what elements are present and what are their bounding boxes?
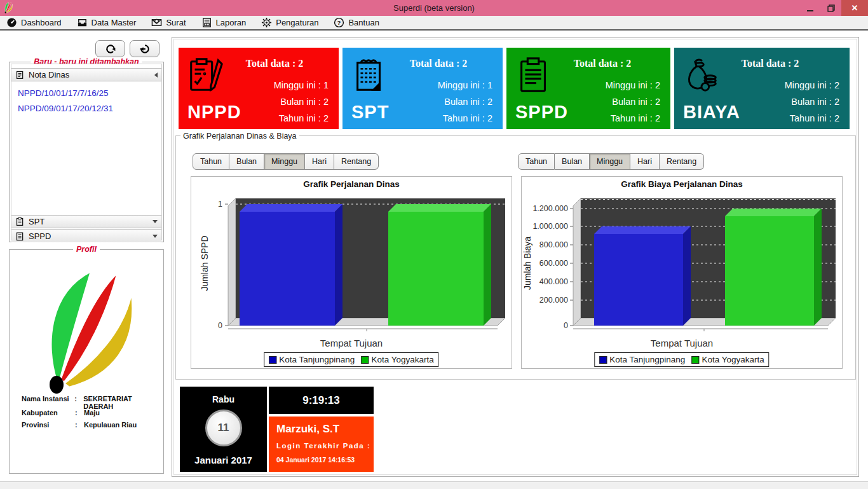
clipboard-icon [15,217,25,226]
recent-link[interactable]: NPPD/10/01/17/7/16/25 [18,88,109,98]
menu-laporan[interactable]: Laporan [201,15,247,30]
help-icon: ? [334,17,344,28]
field-sep: : [75,409,84,417]
menu-surat[interactable]: Surat [151,15,186,30]
card-stats: Minggu ini : 1 Bulan ini : 2 Tahun ini :… [438,77,492,127]
stat-bulan: Bulan ini : 2 [785,93,839,110]
gear-icon [261,17,272,28]
legend-swatch-green [691,356,699,364]
accordion-spt[interactable]: SPT [11,215,161,228]
status-bar [0,481,868,489]
period-toggle-right: Tahun Bulan Minggu Hari Rentang [518,153,704,170]
close-button[interactable]: ✕ [841,0,868,16]
toggle-hari[interactable]: Hari [630,153,660,170]
profil-field-kabupaten: Kabupaten : Maju [22,409,100,417]
stat-minggu: Minggu ini : 2 [606,77,660,93]
menu-pengaturan[interactable]: Pengaturan [261,15,318,30]
accordion-label: SPPD [29,231,51,241]
calendar-date-circle: 11 [205,410,242,446]
stat-minggu: Minggu ini : 1 [438,77,492,93]
app-window: Superdi (beta version) ✕ Dashboard Data … [0,0,868,489]
expand-icon [153,220,158,223]
refresh-button[interactable] [95,40,125,57]
y-tick: 0 [564,321,568,330]
y-axis-title: Jumlah SPPD [200,235,210,291]
refresh-icon [104,43,117,55]
field-value: SEKRETARIAT DAERAH [83,395,163,410]
menu-label: Laporan [216,18,247,27]
field-sep: : [74,395,83,410]
toggle-rentang[interactable]: Rentang [660,153,704,170]
card-spt[interactable]: Total data : 2 Minggu ini : 1 Bulan ini … [342,48,503,129]
card-name: SPT [351,102,389,123]
field-label: Kabupaten [22,409,75,417]
y-tick: 1.200.000 [532,204,568,213]
last-login-time: 04 Januari 2017 14:16:53 [276,456,355,464]
menu-bar: Dashboard Data Master Surat Laporan Peng… [0,16,868,31]
card-biaya[interactable]: Total data : 2 Minggu ini : 2 Bulan ini … [674,48,850,129]
card-name: NPPD [187,102,241,123]
legend-entry: Kota Tanjungpinang [269,355,355,364]
menu-label: Pengaturan [276,18,318,27]
stat-bulan: Bulan ini : 2 [274,93,329,110]
y-tick: 0 [218,321,222,330]
note-icon [15,70,25,79]
recent-link[interactable]: NPPD/09/01/17/20/12/31 [18,104,113,113]
y-tick: 800.000 [539,240,568,249]
menu-dashboard[interactable]: Dashboard [6,15,62,30]
logout-icon [139,43,151,55]
stat-bulan: Bulan ini : 2 [606,93,660,110]
last-login-label: Login Terakhir Pada : [276,442,370,450]
y-tick: 600.000 [539,259,568,268]
accordion-nota-dinas[interactable]: Nota Dinas [11,68,161,81]
stat-tahun: Tahun ini : 2 [785,110,839,127]
y-tick: 1.000.000 [532,222,568,231]
legend-swatch-blue [599,356,607,364]
card-sppd[interactable]: Total data : 2 Minggu ini : 2 Bulan ini … [506,48,670,129]
clipboard-icon [15,231,25,241]
field-sep: : [75,421,84,429]
nppd-clipboard-pen-icon [186,55,226,97]
minimize-button[interactable] [799,0,820,16]
legend-swatch-blue [269,356,276,364]
field-label: Provinsi [22,421,75,429]
y-tick: 1 [218,200,222,209]
legend-swatch-green [361,356,369,364]
chart-groupbox-title: Grafik Perjalanan Dinas & Biaya [180,132,299,141]
window-title: Superdi (beta version) [0,3,868,13]
toggle-minggu[interactable]: Minggu [590,153,630,170]
y-tick: 400.000 [539,277,568,286]
card-name: BIAYA [683,102,740,123]
chart-title: Grafik Biaya Perjalanan Dinas [522,179,842,189]
toggle-tahun[interactable]: Tahun [518,153,555,170]
stat-minggu: Minggu ini : 2 [785,77,839,93]
toggle-hari[interactable]: Hari [305,153,334,170]
menu-bantuan[interactable]: ? Bantuan [334,15,379,30]
menu-data-master[interactable]: Data Master [77,15,137,30]
collapse-icon [154,72,158,78]
card-nppd[interactable]: Total data : 2 Minggu ini : 1 Bulan ini … [179,48,339,129]
legend-entry: Kota Yogyakarta [361,355,433,364]
logout-button[interactable] [130,40,159,57]
accordion-sppd[interactable]: SPPD [11,229,161,242]
stat-minggu: Minggu ini : 1 [274,77,329,93]
calendar-widget: Rabu 11 Januari 2017 [180,387,267,472]
menu-label: Bantuan [348,18,379,27]
menu-label: Surat [166,18,186,27]
restore-button[interactable] [820,0,841,16]
card-total: Total data : 2 [555,58,650,69]
toggle-rentang[interactable]: Rentang [334,153,379,170]
card-stats: Minggu ini : 2 Bulan ini : 2 Tahun ini :… [606,77,660,127]
legend-entry: Kota Tanjungpinang [599,355,685,364]
toggle-tahun[interactable]: Tahun [193,153,229,170]
user-name: Marzuki, S.T [276,423,339,436]
card-stats: Minggu ini : 1 Bulan ini : 2 Tahun ini :… [274,77,329,127]
field-value: Maju [84,409,100,417]
toggle-minggu[interactable]: Minggu [264,153,305,170]
card-stats: Minggu ini : 2 Bulan ini : 2 Tahun ini :… [785,77,839,127]
user-info-box: Marzuki, S.T Login Terakhir Pada : 04 Ja… [269,417,374,472]
toggle-bulan[interactable]: Bulan [229,153,264,170]
toggle-bulan[interactable]: Bulan [555,153,590,170]
stat-tahun: Tahun ini : 2 [606,110,660,127]
x-axis-title: Tempat Tujuan [191,338,512,348]
